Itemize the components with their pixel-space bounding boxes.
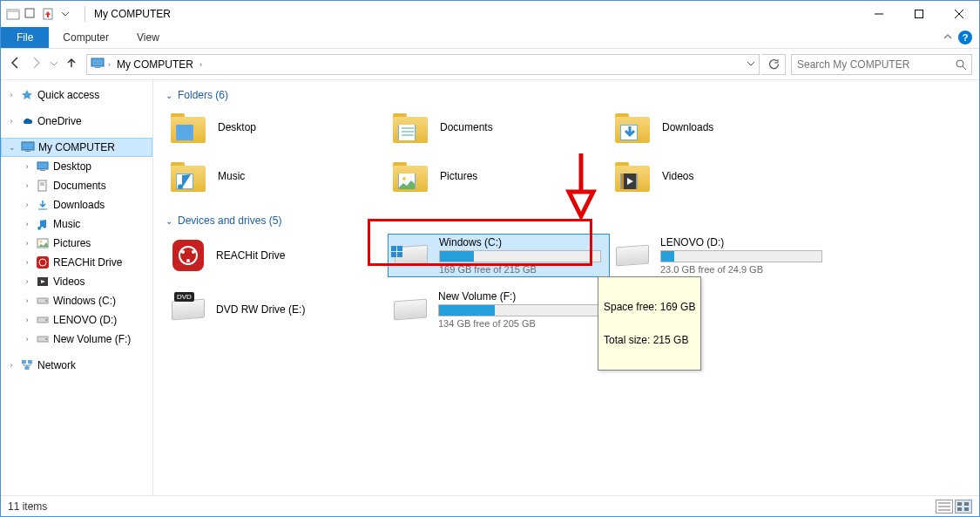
svg-point-29	[45, 319, 47, 321]
close-button[interactable]	[939, 1, 979, 27]
tree-label: Documents	[53, 180, 106, 192]
device-item[interactable]: Windows (C:)169 GB free of 215 GB	[388, 234, 610, 277]
svg-rect-60	[957, 502, 962, 506]
breadcrumb[interactable]: My COMPUTER	[114, 58, 196, 71]
address-bar[interactable]: › My COMPUTER ›	[86, 54, 760, 75]
back-button[interactable]	[8, 55, 24, 73]
cloud-icon	[20, 114, 34, 128]
folder-item[interactable]: Desktop	[166, 108, 388, 146]
group-header-folders[interactable]: ⌄ Folders (6)	[166, 89, 967, 101]
sidebar-item[interactable]: ›Videos	[1, 272, 152, 291]
chevron-right-icon[interactable]: ›	[22, 181, 32, 190]
reachit-icon	[36, 255, 50, 269]
sidebar-item[interactable]: ›Pictures	[1, 234, 152, 253]
svg-line-11	[963, 66, 966, 70]
group-title: Folders (6)	[178, 89, 228, 101]
tooltip-line: Total size: 215 GB	[604, 334, 695, 346]
drive-icon: DVD	[169, 292, 207, 327]
pictures-icon	[36, 236, 50, 250]
svg-rect-13	[25, 151, 30, 152]
svg-point-50	[186, 259, 190, 262]
collapse-ribbon-icon[interactable]	[943, 31, 953, 44]
refresh-button[interactable]	[761, 54, 786, 75]
svg-rect-44	[636, 173, 637, 189]
device-item[interactable]: LENOVO (D:)23.0 GB free of 24.9 GB	[610, 234, 832, 277]
chevron-right-icon[interactable]: ›	[22, 239, 32, 248]
device-item[interactable]: REACHit Drive	[166, 234, 388, 277]
chevron-down-icon[interactable]: ⌄	[166, 91, 172, 100]
folder-item[interactable]: Pictures	[388, 157, 610, 195]
navigation-pane[interactable]: › Quick access › OneDrive ⌄ My COMPUTER …	[1, 80, 153, 495]
chevron-right-icon[interactable]: ›	[22, 220, 32, 228]
search-input[interactable]	[792, 58, 950, 71]
drive-icon	[392, 238, 430, 273]
folder-item[interactable]: Documents	[388, 108, 610, 146]
sidebar-item[interactable]: ›Downloads	[1, 195, 152, 214]
search-box[interactable]	[791, 54, 972, 75]
svg-rect-12	[22, 142, 34, 150]
chevron-right-icon[interactable]: ›	[22, 277, 32, 286]
view-tab[interactable]: View	[123, 27, 173, 48]
sidebar-item[interactable]: ›Music	[1, 214, 152, 234]
music-icon	[36, 217, 50, 231]
tree-label: Quick access	[37, 89, 99, 101]
up-button[interactable]	[64, 55, 79, 73]
videos-icon	[36, 275, 50, 289]
sidebar-item-onedrive[interactable]: › OneDrive	[1, 112, 152, 131]
sidebar-item[interactable]: ›Desktop	[1, 157, 152, 176]
chevron-right-icon[interactable]: ›	[6, 361, 17, 370]
drive-subtext: 169 GB free of 215 GB	[439, 264, 601, 275]
address-dropdown-icon[interactable]	[747, 58, 755, 71]
chevron-icon[interactable]: ›	[108, 60, 111, 69]
sidebar-item[interactable]: ›Documents	[1, 176, 152, 195]
svg-rect-14	[37, 162, 48, 169]
file-tab[interactable]: File	[1, 27, 49, 48]
chevron-right-icon[interactable]: ›	[22, 201, 32, 209]
chevron-icon[interactable]: ›	[199, 60, 202, 69]
properties-icon[interactable]	[41, 7, 55, 21]
folder-item[interactable]: Music	[166, 157, 388, 195]
nav-arrows	[8, 55, 84, 73]
chevron-right-icon[interactable]: ›	[6, 117, 17, 126]
device-item[interactable]: New Volume (F:)134 GB free of 205 GB	[388, 288, 610, 331]
drive-icon	[169, 238, 207, 273]
sidebar-item[interactable]: ›REACHit Drive	[1, 253, 152, 272]
qat-window-icon[interactable]	[24, 7, 37, 21]
minimize-button[interactable]	[859, 1, 899, 27]
chevron-right-icon[interactable]: ›	[22, 162, 32, 171]
sidebar-item[interactable]: ›Windows (C:)	[1, 291, 152, 310]
chevron-right-icon[interactable]: ›	[22, 258, 32, 267]
search-icon[interactable]	[950, 58, 971, 71]
maximize-button[interactable]	[899, 1, 939, 27]
monitor-icon	[21, 140, 35, 154]
svg-point-49	[192, 250, 195, 254]
folder-item[interactable]: Videos	[610, 157, 832, 195]
sidebar-item-my-computer[interactable]: ⌄ My COMPUTER	[1, 138, 152, 157]
pc-icon	[91, 56, 105, 72]
tiles-view-icon[interactable]	[955, 500, 972, 514]
sidebar-item[interactable]: ›LENOVO (D:)	[1, 310, 152, 330]
sidebar-item-network[interactable]: › Network	[1, 356, 152, 375]
device-item[interactable]: DVDDVD RW Drive (E:)	[166, 288, 388, 331]
chevron-right-icon[interactable]: ›	[22, 316, 32, 324]
forward-button[interactable]	[29, 55, 44, 73]
svg-rect-63	[964, 507, 969, 511]
sidebar-item-quick-access[interactable]: › Quick access	[1, 85, 152, 105]
chevron-down-icon[interactable]: ⌄	[166, 216, 172, 226]
chevron-right-icon[interactable]: ›	[22, 335, 32, 344]
sidebar-item[interactable]: ›New Volume (F:)	[1, 330, 152, 349]
chevron-down-icon[interactable]: ⌄	[7, 143, 17, 152]
group-header-devices[interactable]: ⌄ Devices and drives (5)	[166, 214, 967, 227]
qat-dropdown-icon[interactable]	[58, 7, 72, 21]
computer-tab[interactable]: Computer	[49, 27, 123, 48]
svg-rect-52	[397, 246, 402, 251]
view-switcher	[936, 500, 972, 514]
chevron-right-icon[interactable]: ›	[6, 91, 17, 99]
recent-dropdown-icon[interactable]	[50, 58, 58, 71]
content-pane[interactable]: ⌄ Folders (6) DesktopDocumentsDownloadsM…	[153, 80, 979, 495]
folder-item[interactable]: Downloads	[610, 108, 832, 146]
chevron-right-icon[interactable]: ›	[22, 296, 32, 305]
network-icon	[20, 358, 34, 372]
details-view-icon[interactable]	[936, 500, 953, 514]
help-icon[interactable]: ?	[958, 31, 972, 44]
